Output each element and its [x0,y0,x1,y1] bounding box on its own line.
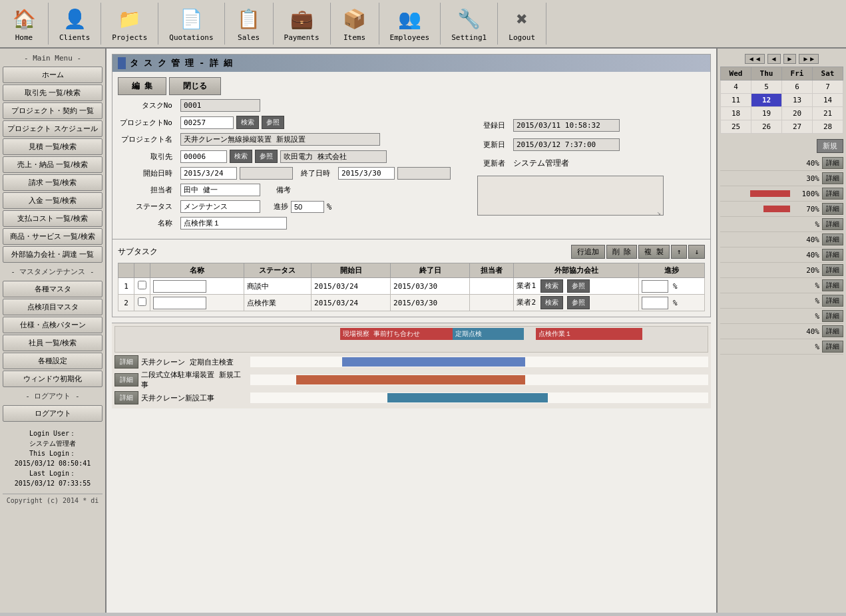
sidebar-item-[interactable]: 支払コスト 一覧/検索 [3,210,103,227]
calendar-day[interactable]: 12 [751,94,782,107]
sidebar-item-[interactable]: 仕様・点検パターン [3,317,103,333]
detail-button[interactable]: 詳細 [822,157,843,169]
new-button[interactable]: 新規 [817,139,843,153]
sidebar-item-[interactable]: 商品・サービス 一覧/検索 [3,228,103,245]
start-time-input[interactable] [240,167,293,180]
calendar-day[interactable]: 21 [813,107,843,120]
nav-item-home[interactable]: 🏠Home [0,3,49,45]
subtask-progress-input[interactable] [642,297,668,309]
row-checkbox[interactable] [138,297,146,306]
calendar-day[interactable]: 6 [782,80,813,94]
cal-prev-prev-btn[interactable]: ◄◄ [745,54,765,64]
detail-button[interactable]: 詳細 [822,188,843,200]
edit-button[interactable]: 編 集 [118,77,166,95]
nav-item-clients[interactable]: 👤Clients [49,3,101,45]
cal-next-btn[interactable]: ► [783,54,797,64]
client-code-input[interactable] [180,150,227,163]
project-name-input[interactable] [180,133,380,146]
calendar-day[interactable]: 26 [751,120,782,134]
client-search-btn[interactable]: 検索 [230,150,252,163]
calendar-day[interactable]: 14 [813,94,843,107]
sidebar-item-[interactable]: プロジェクト・契約 一覧 [3,102,103,119]
sidebar-item-[interactable]: 点検項目マスタ [3,299,103,315]
down-button[interactable]: ↓ [688,245,705,259]
detail-button[interactable]: 詳細 [822,249,843,261]
copy-button[interactable]: 複 製 [638,245,670,259]
row-check[interactable] [134,295,150,311]
assigned-input[interactable] [180,184,260,196]
sidebar-item-[interactable]: ウィンドウ初期化 [3,371,103,387]
end-time-input[interactable] [397,167,451,180]
row-checkbox[interactable] [138,281,146,289]
gantt-detail-btn[interactable]: 詳細 [114,355,138,369]
sidebar-item-[interactable]: 請求 一覧/検索 [3,174,103,191]
sidebar-item-[interactable]: プロジェクト スケジュール [3,120,103,137]
cal-prev-btn[interactable]: ◄ [767,54,781,64]
delete-button[interactable]: 削 除 [606,245,638,259]
nav-item-projects[interactable]: 📁Projects [101,3,158,45]
row-name[interactable] [150,295,244,311]
project-ref-btn[interactable]: 参照 [262,116,284,129]
gantt-detail-btn[interactable]: 詳細 [114,391,138,404]
subtask-progress-input[interactable] [642,280,668,293]
detail-button[interactable]: 詳細 [822,341,843,353]
row-check[interactable] [134,278,150,295]
subtask-name-input[interactable] [153,297,206,309]
nav-item-sales[interactable]: 📋Sales [225,3,274,45]
nav-item-setting1[interactable]: 🔧Setting1 [441,3,498,45]
name-input[interactable] [180,217,287,230]
detail-button[interactable]: 詳細 [822,172,843,184]
vendor-ref-btn[interactable]: 参照 [567,296,590,309]
sidebar-item-[interactable]: 各種設定 [3,353,103,369]
calendar-day[interactable]: 28 [813,120,843,134]
calendar-day[interactable]: 18 [721,107,751,120]
calendar-day[interactable]: 11 [721,94,751,107]
calendar-day[interactable]: 13 [782,94,813,107]
vendor-search-btn[interactable]: 検索 [540,279,563,293]
project-no-input[interactable] [180,116,234,129]
calendar-day[interactable]: 20 [782,107,813,120]
detail-button[interactable]: 詳細 [822,218,843,230]
vendor-ref-btn[interactable]: 参照 [567,279,590,293]
detail-button[interactable]: 詳細 [822,233,843,245]
sidebar-item-[interactable]: 入金 一覧/検索 [3,192,103,209]
start-date-input[interactable] [180,167,237,180]
calendar-day[interactable]: 25 [721,120,751,134]
nav-item-items[interactable]: 📦Items [331,3,379,45]
nav-item-logout[interactable]: ✖Logout [498,3,546,45]
sidebar-item-[interactable]: 見積 一覧/検索 [3,138,103,155]
subtask-name-input[interactable] [153,280,206,293]
sidebar-item-[interactable]: ホーム [3,67,103,83]
detail-button[interactable]: 詳細 [822,325,843,337]
task-no-input[interactable] [180,99,260,112]
row-progress[interactable]: % [639,295,705,311]
gantt-detail-btn[interactable]: 詳細 [114,373,138,386]
calendar-day[interactable]: 4 [721,80,751,94]
nav-item-quotations[interactable]: 📄Quotations [158,3,224,45]
project-search-btn[interactable]: 検索 [236,116,259,129]
progress-input[interactable] [291,201,324,213]
client-ref-btn[interactable]: 参照 [255,150,278,163]
sidebar-item-[interactable]: 各種マスタ [3,281,103,297]
sidebar-item-[interactable]: 外部協力会社・調達 一覧 [3,246,103,263]
nav-item-payments[interactable]: 💼Payments [274,3,331,45]
end-date-input[interactable] [338,167,395,180]
add-row-button[interactable]: 行追加 [571,245,605,259]
sidebar-item-[interactable]: 社員 一覧/検索 [3,335,103,351]
status-input[interactable] [180,200,260,213]
detail-button[interactable]: 詳細 [822,279,843,291]
calendar-day[interactable]: 27 [782,120,813,134]
row-name[interactable] [150,278,244,295]
calendar-day[interactable]: 5 [751,80,782,94]
calendar-day[interactable]: 19 [751,107,782,120]
detail-button[interactable]: 詳細 [822,264,843,276]
detail-button[interactable]: 詳細 [822,310,843,322]
up-button[interactable]: ↑ [671,245,688,259]
detail-button[interactable]: 詳細 [822,295,843,307]
calendar-day[interactable]: 7 [813,80,843,94]
client-name-input[interactable] [280,150,387,163]
sidebar-item-[interactable]: 売上・納品 一覧/検索 [3,156,103,173]
nav-item-employees[interactable]: 👥Employees [379,3,441,45]
remarks-textarea[interactable] [477,176,664,216]
sidebar-item-[interactable]: ログアウト [3,405,103,422]
